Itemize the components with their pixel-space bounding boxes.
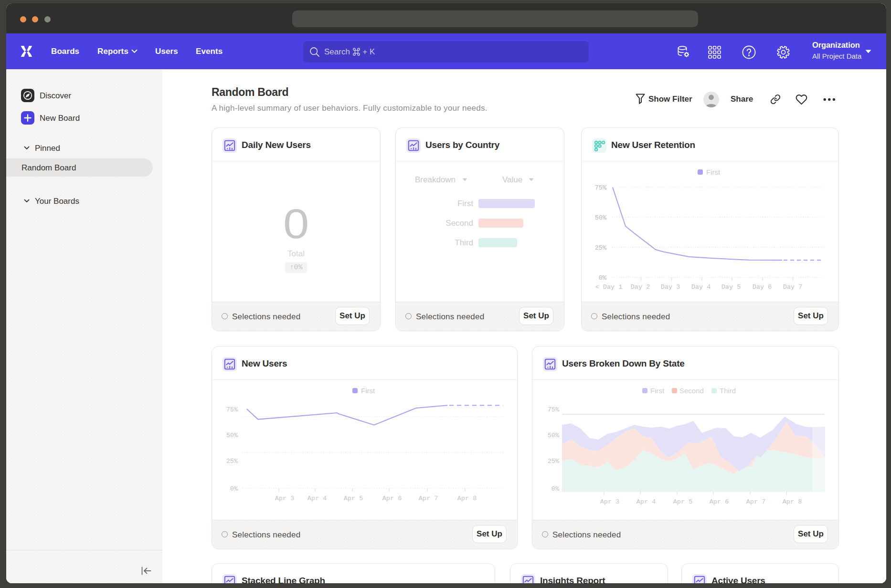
svg-text:First: First: [650, 387, 665, 395]
svg-text:Third: Third: [720, 387, 736, 395]
svg-text:75%: 75%: [595, 184, 607, 191]
svg-text:0%: 0%: [552, 485, 560, 493]
svg-text:0%: 0%: [230, 485, 238, 493]
svg-text:75%: 75%: [548, 406, 560, 413]
svg-text:Apr 7: Apr 7: [419, 495, 438, 502]
svg-text:Day 4: Day 4: [691, 284, 711, 291]
svg-text:Day 5: Day 5: [721, 284, 741, 291]
svg-text:Apr 5: Apr 5: [673, 498, 693, 505]
svg-text:Day 3: Day 3: [661, 284, 680, 291]
svg-text:Day 2: Day 2: [631, 284, 650, 291]
svg-text:Apr 8: Apr 8: [457, 495, 477, 502]
svg-text:< Day 1: < Day 1: [595, 284, 623, 291]
svg-text:First: First: [706, 168, 721, 176]
svg-text:25%: 25%: [226, 458, 238, 465]
svg-text:Apr 3: Apr 3: [600, 498, 620, 505]
svg-text:Apr 4: Apr 4: [636, 498, 656, 505]
svg-text:Day 6: Day 6: [753, 284, 772, 291]
svg-text:Second: Second: [679, 387, 704, 395]
svg-text:Apr 6: Apr 6: [710, 498, 729, 505]
svg-text:25%: 25%: [595, 244, 607, 252]
svg-text:Apr 3: Apr 3: [275, 495, 295, 502]
svg-text:Apr 4: Apr 4: [308, 495, 327, 502]
svg-text:Apr 6: Apr 6: [382, 495, 402, 502]
svg-text:Apr 5: Apr 5: [344, 495, 363, 502]
svg-text:0%: 0%: [599, 274, 607, 282]
svg-text:Apr 8: Apr 8: [783, 498, 802, 505]
svg-text:25%: 25%: [548, 458, 560, 465]
svg-text:50%: 50%: [595, 214, 607, 221]
svg-text:Apr 7: Apr 7: [746, 498, 766, 505]
svg-text:50%: 50%: [226, 432, 238, 439]
svg-text:75%: 75%: [226, 406, 238, 413]
svg-text:Day 7: Day 7: [783, 284, 803, 291]
svg-text:First: First: [361, 387, 375, 395]
svg-text:50%: 50%: [548, 432, 560, 439]
